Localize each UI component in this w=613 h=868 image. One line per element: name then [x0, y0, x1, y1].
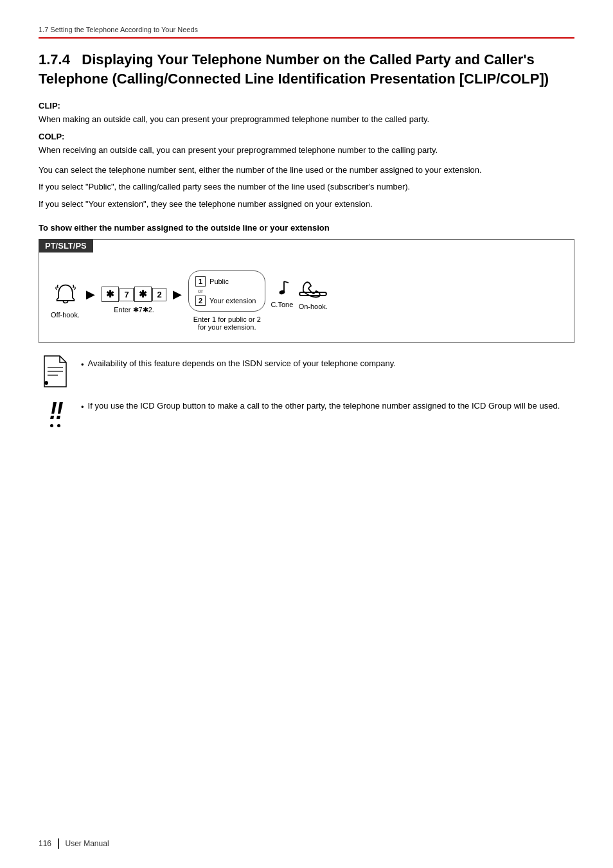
svg-point-7: [44, 381, 48, 385]
ii-icon: ‼: [49, 400, 62, 423]
page: 1.7 Setting the Telephone According to Y…: [0, 0, 613, 868]
clip-label: CLIP:: [39, 101, 60, 111]
note1-row: • Availability of this feature depends o…: [39, 355, 574, 388]
key-star2: ✱: [134, 287, 152, 302]
ctone-area: C.Tone: [271, 280, 293, 317]
footer-divider: [58, 838, 59, 849]
para3: If you select "Your extension", they see…: [39, 198, 574, 211]
offhook-icon: [54, 283, 77, 307]
colp-text: When receiving an outside call, you can …: [39, 145, 438, 155]
arrow1: ▶: [86, 287, 95, 310]
onhook-label: On-hook.: [299, 303, 328, 310]
footer-label: User Manual: [66, 839, 109, 848]
key-2: 2: [152, 288, 166, 301]
note1-icon: [39, 355, 72, 388]
option2: 2 Your extension: [195, 296, 256, 306]
breadcrumb-text: 1.7 Setting the Telephone According to Y…: [39, 26, 198, 33]
colp-section: COLP: When receiving an outside call, yo…: [39, 130, 574, 157]
step3-label: Enter 1 for public or 2 for your extensi…: [193, 315, 261, 331]
ii-dot1: [50, 424, 53, 427]
key-star1: ✱: [102, 287, 119, 302]
option2-text: Your extension: [209, 297, 256, 305]
selection-box: 1 Public or 2 Your extension: [188, 270, 265, 312]
keyseq: ✱ 7 ✱ 2: [102, 287, 166, 302]
clip-text: When making an outside call, you can pre…: [39, 114, 429, 124]
section-title: 1.7.4 Displaying Your Telephone Number o…: [39, 50, 574, 88]
note2-icon: ‼: [39, 397, 72, 430]
diagram-label: PT/SLT/PS: [39, 239, 93, 252]
ctone-label: C.Tone: [271, 301, 293, 308]
or-label: or: [198, 288, 203, 294]
colp-label: COLP:: [39, 132, 64, 141]
option1-num: 1: [195, 276, 206, 287]
note2-bullet: • If you use the ICD Group button to mak…: [81, 400, 560, 414]
page-number: 116: [39, 839, 51, 848]
step3: 1 Public or 2 Your extension Enter 1 for…: [188, 270, 265, 331]
step2: ✱ 7 ✱ 2 Enter ✱7✱2.: [102, 287, 166, 314]
option1-text: Public: [209, 278, 229, 285]
diagram-content: Off-hook. ▶ ✱ 7 ✱ 2 Enter ✱7✱2. ▶: [51, 267, 562, 331]
key-7: 7: [120, 288, 134, 301]
section-number: 1.7.4: [39, 51, 70, 67]
section-heading: Displaying Your Telephone Number on the …: [39, 51, 549, 87]
option1: 1 Public: [195, 276, 229, 287]
para2: If you select "Public", the calling/call…: [39, 181, 574, 194]
note2-text: • If you use the ICD Group button to mak…: [81, 397, 560, 414]
note1-text: • Availability of this feature depends o…: [81, 355, 396, 372]
step1: Off-hook.: [51, 283, 80, 319]
diagram-box: PT/SLT/PS Off-: [39, 239, 574, 343]
note1-bullet: • Availability of this feature depends o…: [81, 357, 396, 372]
option2-num: 2: [195, 296, 206, 306]
footer: 116 User Manual: [39, 838, 109, 849]
step2-label: Enter ✱7✱2.: [114, 306, 154, 314]
instruction-heading: To show either the number assigned to th…: [39, 223, 574, 233]
clip-section: CLIP: When making an outside call, you c…: [39, 100, 574, 127]
breadcrumb: 1.7 Setting the Telephone According to Y…: [39, 26, 574, 39]
para1: You can select the telephone number sent…: [39, 164, 574, 177]
step1-label: Off-hook.: [51, 311, 80, 319]
document-icon: [42, 355, 69, 388]
ii-dot2: [57, 424, 60, 427]
note2-row: ‼ • If you use the ICD Group button to m…: [39, 397, 574, 430]
svg-line-1: [284, 281, 289, 283]
onhook-area: On-hook.: [298, 278, 328, 319]
onhook-icon: [298, 278, 328, 301]
arrow2: ▶: [173, 287, 182, 310]
